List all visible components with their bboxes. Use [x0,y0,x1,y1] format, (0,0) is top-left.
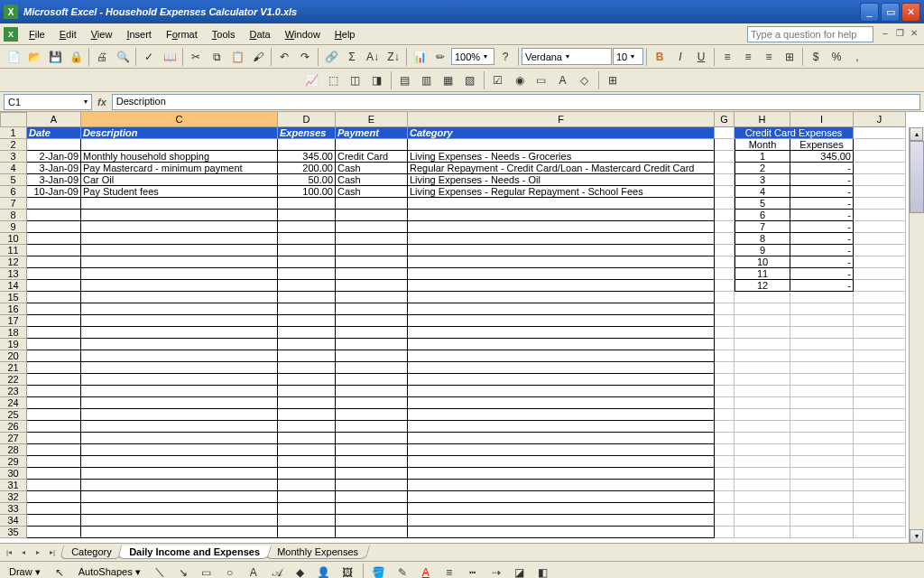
cell[interactable] [278,256,336,268]
tb2-icon[interactable]: ◉ [510,70,530,90]
cell[interactable]: Description [81,127,278,139]
chart-icon[interactable]: 📊 [410,47,430,67]
cell[interactable] [278,280,336,292]
cell[interactable] [790,503,854,515]
cell[interactable]: 200.00 [278,163,336,174]
cell[interactable] [27,397,81,409]
cell[interactable] [715,468,735,480]
cell[interactable] [790,327,854,339]
doc-close[interactable]: ✕ [908,28,920,41]
cell[interactable] [854,292,906,303]
cell[interactable] [27,491,81,503]
cell[interactable] [854,245,906,256]
drawing-icon[interactable]: ✏ [430,47,450,67]
cell[interactable] [790,386,854,397]
cell[interactable] [81,480,278,491]
cell[interactable]: Expenses [790,139,854,151]
cell[interactable] [854,456,906,468]
row-header[interactable]: 30 [0,468,27,480]
cell[interactable] [81,362,278,374]
cell[interactable] [81,268,278,280]
cell[interactable] [854,127,906,139]
cell[interactable] [81,515,278,527]
cell[interactable] [408,210,715,221]
sort-asc-icon[interactable]: A↓ [363,47,383,67]
cell[interactable] [27,256,81,268]
col-header[interactable]: C [81,112,278,127]
cell[interactable] [27,527,81,538]
bold-icon[interactable]: B [650,47,670,67]
cell[interactable]: Payment [336,127,408,139]
cell[interactable] [336,515,408,527]
cell[interactable] [408,221,715,233]
cell[interactable] [81,280,278,292]
cell[interactable]: 8 [735,233,790,245]
cell[interactable] [790,397,854,409]
row-header[interactable]: 26 [0,421,27,433]
cell[interactable] [336,444,408,456]
cell[interactable] [790,480,854,491]
cell[interactable] [854,433,906,444]
cell[interactable] [27,409,81,421]
cell[interactable] [854,268,906,280]
cell[interactable] [735,433,790,444]
fx-button[interactable]: fx [92,97,112,107]
cell[interactable] [790,456,854,468]
wordart-icon[interactable]: 𝒜 [267,563,287,579]
cell[interactable] [408,468,715,480]
cell[interactable] [715,339,735,350]
formula-input[interactable]: Description [112,94,920,110]
cell[interactable] [735,468,790,480]
cell[interactable] [715,374,735,386]
cell[interactable] [81,315,278,327]
row-header[interactable]: 35 [0,527,27,538]
sort-desc-icon[interactable]: Z↓ [383,47,403,67]
tb2-icon[interactable]: ⊞ [603,70,623,90]
row-header[interactable]: 8 [0,210,27,221]
cell[interactable] [715,503,735,515]
doc-minimize[interactable]: – [879,28,892,41]
menu-edit[interactable]: Edit [52,26,84,42]
cell[interactable] [278,468,336,480]
cell[interactable] [81,327,278,339]
save-icon[interactable]: 💾 [45,47,65,67]
diagram-icon[interactable]: ◆ [291,563,310,579]
font-color-icon[interactable]: A [416,563,436,579]
cell[interactable] [336,491,408,503]
cell[interactable] [336,362,408,374]
row-header[interactable]: 6 [0,186,27,198]
cell[interactable]: Pay Mastercard - minimum payment [81,163,278,174]
cell[interactable] [715,433,735,444]
col-header[interactable]: F [408,112,715,127]
cell[interactable] [735,409,790,421]
menu-view[interactable]: View [84,26,120,42]
cell[interactable] [715,151,735,163]
cell[interactable] [27,245,81,256]
cell[interactable] [854,491,906,503]
currency-icon[interactable]: $ [806,47,826,67]
row-header[interactable]: 5 [0,174,27,186]
preview-icon[interactable]: 🔍 [113,47,133,67]
cell[interactable] [27,468,81,480]
cell[interactable] [408,527,715,538]
cell[interactable] [81,386,278,397]
row-header[interactable]: 29 [0,456,27,468]
tb2-icon[interactable]: ⬚ [324,70,344,90]
help-icon[interactable]: ? [495,47,515,67]
sheet-tab[interactable]: Category [60,545,124,559]
cell[interactable]: - [790,268,854,280]
cell[interactable] [854,527,906,538]
cell[interactable] [336,256,408,268]
cell[interactable] [278,221,336,233]
cell[interactable] [715,362,735,374]
cell[interactable] [278,139,336,151]
help-search-input[interactable] [747,26,873,42]
cell[interactable] [81,409,278,421]
row-header[interactable]: 18 [0,327,27,339]
tab-next-icon[interactable]: ▸ [31,545,45,560]
cell[interactable] [854,468,906,480]
cell[interactable]: Month [735,139,790,151]
cell[interactable] [790,433,854,444]
row-header[interactable]: 11 [0,245,27,256]
redo-icon[interactable]: ↷ [295,47,315,67]
